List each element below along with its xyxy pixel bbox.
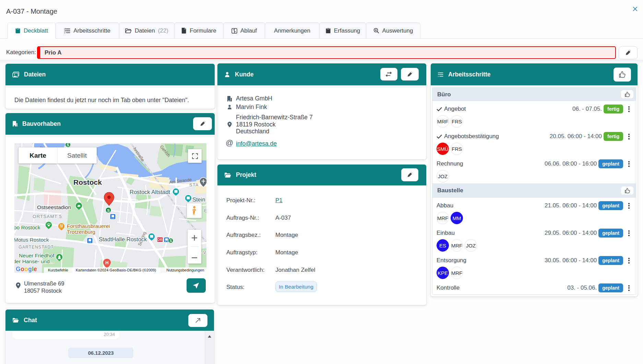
svg-text:S: S: [107, 208, 110, 213]
svg-text:der Hanse- und...: der Hanse- und...: [14, 258, 54, 264]
svg-text:G: G: [16, 266, 21, 272]
svg-text:-V: -V: [202, 250, 206, 255]
svg-text:STA: STA: [189, 182, 199, 187]
svg-text:e: e: [34, 266, 37, 272]
svg-text:Rostock Altstadt: Rostock Altstadt: [130, 189, 170, 195]
svg-text:Forsthausbrauerei: Forsthausbrauerei: [67, 223, 110, 229]
svg-text:Trotzenburg: Trotzenburg: [67, 229, 95, 235]
svg-text:StadtHalle Rostock: StadtHalle Rostock: [99, 236, 147, 242]
svg-text:Rostock: Rostock: [73, 178, 102, 186]
svg-text:Motus Rostock: Motus Rostock: [14, 237, 49, 243]
svg-text:Ostseestadion: Ostseestadion: [37, 204, 71, 210]
svg-text:S: S: [67, 143, 69, 147]
svg-text:E: E: [204, 208, 206, 213]
svg-text:GARTENSTADT: GARTENSTADT: [19, 245, 54, 250]
svg-text:o: o: [24, 266, 28, 272]
svg-text:Neuer Friedhof: Neuer Friedhof: [19, 253, 55, 258]
svg-text:H: H: [105, 260, 108, 265]
svg-text:DB: DB: [157, 238, 162, 242]
svg-text:g: g: [28, 266, 32, 272]
svg-text:oo Rostock: oo Rostock: [14, 225, 40, 230]
svg-text:o: o: [21, 266, 24, 272]
svg-text:ORTSAMT 5: ORTSAMT 5: [33, 214, 62, 219]
svg-text:Stein: Stein: [192, 196, 205, 203]
svg-text:S: S: [169, 239, 172, 243]
